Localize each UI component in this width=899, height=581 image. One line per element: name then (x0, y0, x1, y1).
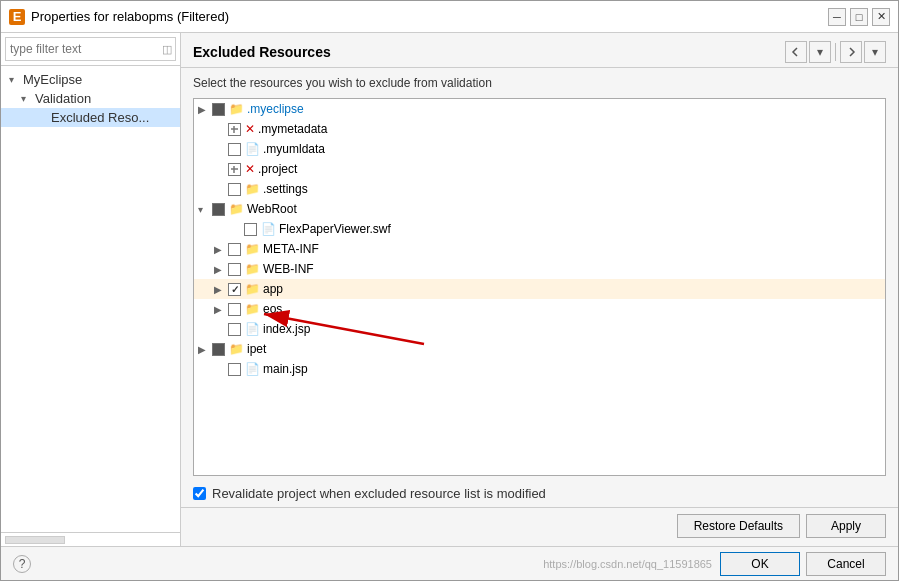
item-name: .myeclipse (247, 102, 304, 116)
folder-icon: 📁 (229, 202, 244, 216)
res-item-myumldata[interactable]: 📄 .myumldata (194, 139, 885, 159)
sidebar-item-validation[interactable]: ▾ Validation (1, 89, 180, 108)
res-item-myeclipse[interactable]: ▶ 📁 .myeclipse (194, 99, 885, 119)
bottom-right: https://blog.csdn.net/qq_11591865 OK Can… (543, 552, 886, 576)
folder-icon: 📁 (245, 182, 260, 196)
res-item-meta-inf[interactable]: ▶ 📁 META-INF (194, 239, 885, 259)
checkbox-myeclipse[interactable] (212, 103, 225, 116)
forward-dropdown[interactable]: ▾ (864, 41, 886, 63)
res-item-flex[interactable]: 📄 FlexPaperViewer.swf (194, 219, 885, 239)
watermark-text: https://blog.csdn.net/qq_11591865 (543, 558, 712, 570)
res-item-app[interactable]: ▶ ✓ 📁 app (194, 279, 885, 299)
checkbox-settings[interactable] (228, 183, 241, 196)
file-icon: ✕ (245, 162, 255, 176)
filter-clear-icon[interactable]: ◫ (162, 43, 172, 56)
ok-cancel-row: OK Cancel (720, 552, 886, 576)
title-bar-controls: ─ □ ✕ (828, 8, 890, 26)
item-name: WebRoot (247, 202, 297, 216)
app-icon: E (9, 9, 25, 25)
res-item-settings[interactable]: 📁 .settings (194, 179, 885, 199)
item-name: app (263, 282, 283, 296)
revalidate-checkbox[interactable] (193, 487, 206, 500)
forward-button[interactable] (840, 41, 862, 63)
folder-icon: 📁 (245, 282, 260, 296)
item-name: WEB-INF (263, 262, 314, 276)
res-item-webroot[interactable]: ▾ 📁 WebRoot (194, 199, 885, 219)
action-buttons: Restore Defaults Apply (181, 507, 898, 546)
expand-icon[interactable]: ▶ (214, 244, 228, 255)
item-name: eos (263, 302, 282, 316)
sidebar-item-myeclipse[interactable]: ▾ MyEclipse (1, 70, 180, 89)
sidebar-tree: ▾ MyEclipse ▾ Validation Excluded Reso..… (1, 66, 180, 532)
apply-button[interactable]: Apply (806, 514, 886, 538)
res-item-main-jsp[interactable]: 📄 main.jsp (194, 359, 885, 379)
sidebar-label-validation: Validation (35, 91, 91, 106)
file-icon: 📄 (261, 222, 276, 236)
revalidate-label: Revalidate project when excluded resourc… (212, 486, 546, 501)
dialog-title: Properties for relabopms (Filtered) (31, 9, 229, 24)
res-item-index-jsp[interactable]: 📄 index.jsp (194, 319, 885, 339)
bottom-bar: ? https://blog.csdn.net/qq_11591865 OK C… (1, 546, 898, 580)
sidebar: ◫ ▾ MyEclipse ▾ Validation Excluded Reso… (1, 33, 181, 546)
checkbox-flex[interactable] (244, 223, 257, 236)
checkbox-project[interactable] (228, 163, 241, 176)
checkbox-webroot[interactable] (212, 203, 225, 216)
folder-icon: 📁 (245, 262, 260, 276)
close-button[interactable]: ✕ (872, 8, 890, 26)
help-button[interactable]: ? (13, 555, 31, 573)
sidebar-scrollbar[interactable] (1, 532, 180, 546)
item-name: .mymetadata (258, 122, 327, 136)
checkbox-index-jsp[interactable] (228, 323, 241, 336)
expand-icon[interactable]: ▶ (214, 264, 228, 275)
title-bar: E Properties for relabopms (Filtered) ─ … (1, 1, 898, 33)
checkbox-app[interactable]: ✓ (228, 283, 241, 296)
checkbox-mymetadata[interactable] (228, 123, 241, 136)
res-item-web-inf[interactable]: ▶ 📁 WEB-INF (194, 259, 885, 279)
revalidate-row: Revalidate project when excluded resourc… (181, 480, 898, 507)
item-name: ipet (247, 342, 266, 356)
ok-button[interactable]: OK (720, 552, 800, 576)
file-icon: 📄 (245, 322, 260, 336)
checkbox-eos[interactable] (228, 303, 241, 316)
file-icon: 📄 (245, 362, 260, 376)
folder-icon: 📁 (229, 342, 244, 356)
sidebar-label-myeclipse: MyEclipse (23, 72, 82, 87)
cancel-button[interactable]: Cancel (806, 552, 886, 576)
dialog: E Properties for relabopms (Filtered) ─ … (0, 0, 899, 581)
checkbox-myumldata[interactable] (228, 143, 241, 156)
checkbox-ipet[interactable] (212, 343, 225, 356)
panel-description: Select the resources you wish to exclude… (181, 68, 898, 98)
expand-icon[interactable]: ▶ (198, 104, 212, 115)
expand-icon[interactable]: ▶ (198, 344, 212, 355)
item-name: .settings (263, 182, 308, 196)
item-name: .project (258, 162, 297, 176)
res-item-ipet[interactable]: ▶ 📁 ipet (194, 339, 885, 359)
res-item-eos[interactable]: ▶ 📁 eos (194, 299, 885, 319)
res-item-project[interactable]: ✕ .project (194, 159, 885, 179)
maximize-button[interactable]: □ (850, 8, 868, 26)
file-icon: ✕ (245, 122, 255, 136)
panel-header: Excluded Resources ▾ ▾ (181, 33, 898, 68)
item-name: main.jsp (263, 362, 308, 376)
checkbox-main-jsp[interactable] (228, 363, 241, 376)
back-button[interactable] (785, 41, 807, 63)
content-area: ◫ ▾ MyEclipse ▾ Validation Excluded Reso… (1, 33, 898, 546)
restore-defaults-button[interactable]: Restore Defaults (677, 514, 800, 538)
filter-box: ◫ (1, 33, 180, 66)
resource-tree[interactable]: ▶ 📁 .myeclipse ✕ .mymetadata (193, 98, 886, 476)
folder-icon: 📁 (245, 242, 260, 256)
expand-icon[interactable]: ▶ (214, 284, 228, 295)
item-name: FlexPaperViewer.swf (279, 222, 391, 236)
main-panel: Excluded Resources ▾ ▾ Select the resour… (181, 33, 898, 546)
expand-icon[interactable]: ▶ (214, 304, 228, 315)
sidebar-item-excluded[interactable]: Excluded Reso... (1, 108, 180, 127)
filter-input[interactable] (5, 37, 176, 61)
expand-arrow: ▾ (9, 74, 19, 85)
minimize-button[interactable]: ─ (828, 8, 846, 26)
res-item-mymetadata[interactable]: ✕ .mymetadata (194, 119, 885, 139)
svg-text:E: E (13, 10, 22, 24)
checkbox-web-inf[interactable] (228, 263, 241, 276)
expand-icon[interactable]: ▾ (198, 204, 212, 215)
back-dropdown[interactable]: ▾ (809, 41, 831, 63)
checkbox-meta-inf[interactable] (228, 243, 241, 256)
